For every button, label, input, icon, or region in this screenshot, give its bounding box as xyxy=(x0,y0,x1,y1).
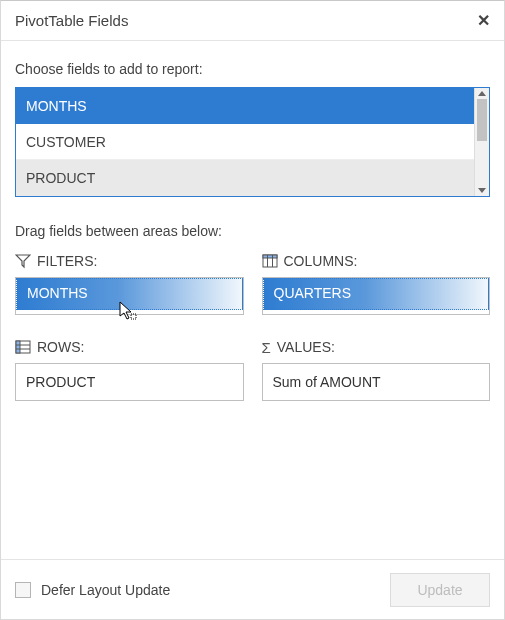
columns-dropzone[interactable]: QUARTERS xyxy=(262,277,491,315)
rows-title: ROWS: xyxy=(37,339,84,355)
scroll-up-icon[interactable] xyxy=(478,91,486,96)
drag-fields-label: Drag fields between areas below: xyxy=(15,223,490,239)
field-item-customer[interactable]: CUSTOMER xyxy=(16,124,474,160)
defer-update-checkbox[interactable] xyxy=(15,582,31,598)
filters-title: FILTERS: xyxy=(37,253,97,269)
field-item-label: PRODUCT xyxy=(26,170,95,186)
rows-header: ROWS: xyxy=(15,339,244,355)
panel-header: PivotTable Fields ✕ xyxy=(1,1,504,41)
columns-area: COLUMNS: QUARTERS xyxy=(262,253,491,315)
choose-fields-label: Choose fields to add to report: xyxy=(15,61,490,77)
update-button[interactable]: Update xyxy=(390,573,490,607)
svg-rect-1 xyxy=(263,255,277,258)
field-list[interactable]: MONTHS CUSTOMER PRODUCT xyxy=(15,87,490,197)
drag-ghost-label: MONTHS xyxy=(27,285,88,301)
field-list-items: MONTHS CUSTOMER PRODUCT xyxy=(16,88,474,196)
close-icon[interactable]: ✕ xyxy=(477,13,490,29)
scroll-down-icon[interactable] xyxy=(478,188,486,193)
field-list-scrollbar[interactable] xyxy=(474,88,489,196)
rows-area: ROWS: PRODUCT xyxy=(15,339,244,401)
filters-dropzone[interactable]: MONTHS xyxy=(15,277,244,315)
drag-ghost-label: QUARTERS xyxy=(274,285,352,301)
filter-icon xyxy=(15,253,31,269)
scroll-thumb[interactable] xyxy=(477,99,487,141)
field-item-label: MONTHS xyxy=(26,98,87,114)
field-item-label: CUSTOMER xyxy=(26,134,106,150)
values-title: VALUES: xyxy=(277,339,335,355)
rows-dropzone[interactable]: PRODUCT xyxy=(15,363,244,401)
pivottable-fields-panel: PivotTable Fields ✕ Choose fields to add… xyxy=(0,0,505,620)
columns-title: COLUMNS: xyxy=(284,253,358,269)
values-header: Σ VALUES: xyxy=(262,339,491,355)
field-item-product[interactable]: PRODUCT xyxy=(16,160,474,196)
field-item-months[interactable]: MONTHS xyxy=(16,88,474,124)
sigma-icon: Σ xyxy=(262,340,271,355)
rows-entry-product[interactable]: PRODUCT xyxy=(26,372,233,392)
rows-icon xyxy=(15,339,31,355)
filters-drag-ghost: MONTHS xyxy=(16,278,243,310)
values-dropzone[interactable]: Sum of AMOUNT xyxy=(262,363,491,401)
svg-rect-5 xyxy=(16,341,20,353)
values-entry-amount[interactable]: Sum of AMOUNT xyxy=(273,372,480,392)
defer-update-label: Defer Layout Update xyxy=(41,582,380,598)
panel-title: PivotTable Fields xyxy=(15,12,477,29)
columns-drag-ghost: QUARTERS xyxy=(263,278,490,310)
columns-header: COLUMNS: xyxy=(262,253,491,269)
filters-header: FILTERS: xyxy=(15,253,244,269)
columns-icon xyxy=(262,253,278,269)
drop-areas: FILTERS: MONTHS COLUMNS: xyxy=(15,253,490,401)
values-area: Σ VALUES: Sum of AMOUNT xyxy=(262,339,491,401)
panel-footer: Defer Layout Update Update xyxy=(1,559,504,619)
filters-area: FILTERS: MONTHS xyxy=(15,253,244,315)
panel-content: Choose fields to add to report: MONTHS C… xyxy=(1,41,504,559)
